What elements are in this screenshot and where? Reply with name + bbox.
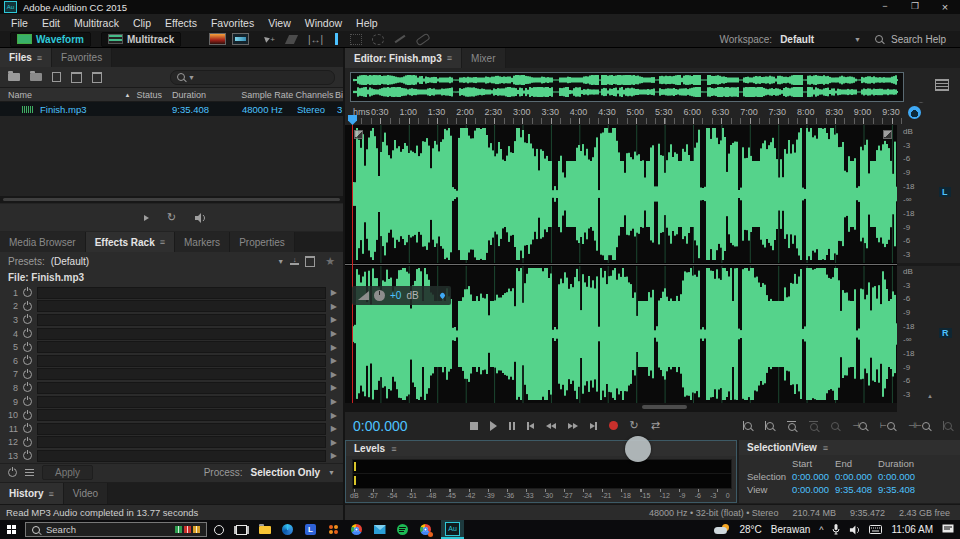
slot-arrow-icon[interactable]: ▶ [331, 397, 337, 406]
presets-dropdown-icon[interactable]: ▼ [277, 258, 284, 265]
fade-out-handle[interactable] [883, 130, 892, 139]
zoom-in-full-button[interactable] [787, 421, 796, 431]
panel-menu-icon[interactable]: ≡ [391, 444, 396, 454]
rack-list-icon[interactable] [25, 469, 34, 476]
search-help-label[interactable]: Search Help [891, 34, 946, 45]
menu-item[interactable]: Window [298, 17, 349, 29]
tab-markers[interactable]: Markers [175, 232, 230, 252]
tab-video[interactable]: Video [64, 483, 108, 504]
slot-power-icon[interactable] [23, 329, 32, 338]
import-file-icon[interactable] [30, 73, 42, 81]
auto-play-speaker-icon[interactable] [194, 213, 206, 223]
time-display[interactable]: 0:00.000 [353, 418, 408, 434]
db-ruler[interactable]: dB-3-6-9-18-∞-18-9-6-3 dB-3-6-9-18-∞-18-… [897, 125, 960, 403]
slot-arrow-icon[interactable]: ▶ [331, 288, 337, 297]
menu-item[interactable]: Clip [126, 17, 158, 29]
favorite-star-icon[interactable]: ★ [325, 255, 335, 268]
slot-field[interactable] [37, 287, 326, 299]
slot-power-icon[interactable] [23, 370, 32, 379]
slot-power-icon[interactable] [23, 356, 32, 365]
monitor-icon[interactable] [908, 106, 921, 119]
slot-field[interactable] [37, 341, 326, 353]
tab-editor[interactable]: Editor: Finish.mp3 ≡ [345, 48, 462, 68]
line-app-icon[interactable]: L [299, 520, 322, 539]
save-preset-icon[interactable]: ↓ [290, 258, 299, 265]
notification-center-icon[interactable] [942, 524, 954, 535]
time-selection-tool-icon[interactable] [335, 33, 338, 45]
preview-play-icon[interactable] [144, 215, 149, 221]
slot-arrow-icon[interactable]: ▶ [331, 370, 337, 379]
move-tool-icon[interactable]: + [265, 35, 275, 44]
scrollbar-up-icon[interactable]: ▲ [927, 393, 933, 399]
menu-item[interactable]: Favorites [204, 17, 261, 29]
files-search-input[interactable]: ▼ [170, 70, 335, 85]
slot-field[interactable] [37, 355, 326, 367]
audition-taskbar-icon[interactable]: Au [441, 520, 464, 539]
view-row[interactable]: View 0:00.000 9:35.408 9:35.408 [747, 483, 921, 496]
menu-item[interactable]: Multitrack [67, 17, 126, 29]
rack-power-icon[interactable] [8, 468, 17, 477]
tab-properties[interactable]: Properties [230, 232, 295, 252]
slot-field[interactable] [37, 382, 326, 394]
keyboard-icon[interactable] [869, 525, 882, 534]
tab-mixer[interactable]: Mixer [462, 48, 505, 68]
play-button[interactable] [490, 421, 497, 431]
slot-arrow-icon[interactable]: ▶ [331, 451, 337, 460]
spot-healing-tool-icon[interactable] [415, 32, 430, 46]
slot-field[interactable] [37, 423, 326, 435]
chrome-profile-icon[interactable] [414, 520, 437, 539]
file-row[interactable]: Finish.mp3 9:35.408 48000 Hz Stereo 3 [0, 102, 343, 116]
zoom-to-in-point-button[interactable]: ⊣ [852, 421, 867, 430]
panel-menu-icon[interactable]: ≡ [447, 53, 452, 63]
volume-icon[interactable] [849, 525, 860, 535]
slot-field[interactable] [37, 328, 326, 340]
zoom-in-button[interactable] [743, 421, 752, 430]
skip-selection-icon[interactable]: ⇄ [651, 419, 660, 432]
search-help-icon[interactable] [875, 35, 883, 43]
waveform-display-icon[interactable] [232, 33, 249, 45]
slot-power-icon[interactable] [23, 438, 32, 447]
cortana-icon[interactable] [207, 520, 230, 539]
effect-slot[interactable]: 2 ▶ [0, 300, 343, 314]
slot-arrow-icon[interactable]: ▶ [331, 411, 337, 420]
effect-slot[interactable]: 7 ▶ [0, 368, 343, 382]
volume-hud[interactable]: +0 dB [352, 286, 451, 305]
skip-to-end-button[interactable] [590, 422, 597, 430]
effect-slot[interactable]: 9 ▶ [0, 395, 343, 409]
preview-loop-icon[interactable]: ↻ [167, 211, 176, 224]
menu-item[interactable]: Edit [35, 17, 67, 29]
process-value[interactable]: Selection Only [251, 467, 320, 478]
chrome-icon[interactable] [345, 520, 368, 539]
skip-to-start-button[interactable] [527, 422, 534, 430]
effect-slot[interactable]: 3 ▶ [0, 313, 343, 327]
weather-icon[interactable] [714, 524, 730, 535]
menu-item[interactable]: Effects [158, 17, 204, 29]
orange-app-icon[interactable] [322, 520, 345, 539]
effect-slot[interactable]: 10 ▶ [0, 408, 343, 422]
new-file-icon[interactable] [52, 72, 61, 82]
tab-files[interactable]: Files ≡ [0, 48, 52, 67]
selection-row[interactable]: Selection 0:00.000 0:00.000 0:00.000 [747, 470, 921, 483]
slot-arrow-icon[interactable]: ▶ [331, 383, 337, 392]
slot-power-icon[interactable] [23, 315, 32, 324]
record-button[interactable] [609, 421, 618, 430]
effect-slot[interactable]: 13 ▶ [0, 449, 343, 463]
tab-effects-rack[interactable]: Effects Rack ≡ [86, 232, 175, 252]
effect-slot[interactable]: 4 ▶ [0, 327, 343, 341]
slot-arrow-icon[interactable]: ▶ [331, 302, 337, 311]
effect-slot[interactable]: 12 ▶ [0, 436, 343, 450]
task-view-icon[interactable] [230, 520, 253, 539]
tab-media-browser[interactable]: Media Browser [0, 232, 86, 252]
presets-value[interactable]: (Default) [51, 256, 89, 267]
multitrack-view-button[interactable]: Multitrack [101, 32, 181, 47]
panel-splitter[interactable] [343, 48, 345, 520]
spectral-display-icon[interactable] [209, 33, 226, 45]
slot-field[interactable] [37, 396, 326, 408]
slot-arrow-icon[interactable]: ▶ [331, 329, 337, 338]
effect-slot[interactable]: 1 ▶ [0, 286, 343, 300]
process-dropdown-icon[interactable]: ▼ [328, 469, 335, 476]
restore-zoom-button[interactable] [943, 421, 952, 430]
rewind-button[interactable] [546, 423, 556, 429]
clock[interactable]: 11:06 AM [891, 524, 933, 535]
slot-field[interactable] [37, 314, 326, 326]
